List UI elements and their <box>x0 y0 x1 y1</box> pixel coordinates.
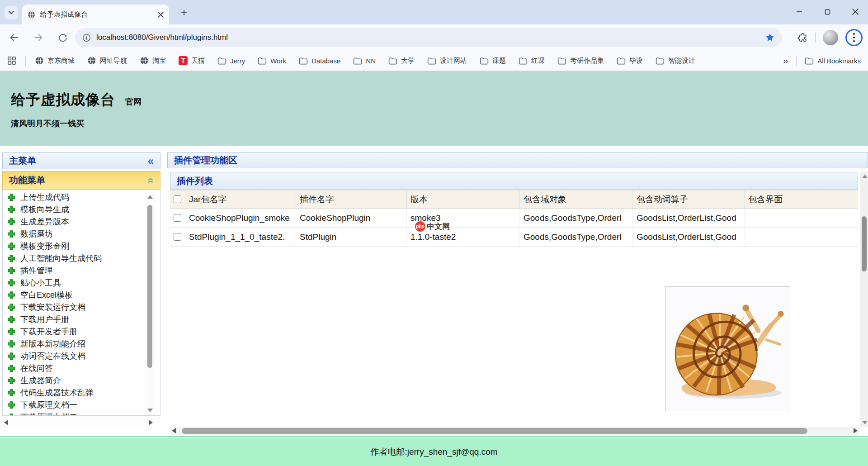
domains-cell: Goods,GoodsType,OrderI <box>520 228 633 246</box>
sidebar-item-new-features[interactable]: 新版本新功能介绍 <box>3 338 160 350</box>
sidebar-horizontal-scrollbar[interactable] <box>2 418 155 428</box>
bookmark-star-icon[interactable] <box>765 33 775 43</box>
scroll-thumb[interactable] <box>182 428 807 434</box>
scroll-up-arrow[interactable] <box>862 175 868 178</box>
main-menu-header[interactable]: 主菜单 « <box>2 152 160 169</box>
bookmark-folder[interactable]: 课题 <box>480 57 506 65</box>
bookmark-folder[interactable]: Database <box>299 57 340 65</box>
sidebar-item-plugin-management[interactable]: 插件管理 <box>3 264 160 276</box>
bookmark-folder[interactable]: 大学 <box>388 57 415 65</box>
bookmark-item[interactable]: 京东商城 <box>35 56 75 65</box>
column-header[interactable]: 包含动词算子 <box>633 190 745 208</box>
sidebar-item-developer-manual[interactable]: 下载开发者手册 <box>3 325 160 338</box>
sidebar-item-online-qa[interactable]: 在线问答 <box>3 362 160 374</box>
tab-close-icon[interactable] <box>158 12 164 18</box>
tab-search-button[interactable] <box>5 6 18 19</box>
site-info-icon[interactable] <box>82 33 91 42</box>
browser-menu-button[interactable] <box>845 29 863 46</box>
browser-tab[interactable]: 给予虚拟成像台 <box>22 5 169 24</box>
column-header[interactable]: 包含域对象 <box>520 190 633 208</box>
plus-icon <box>7 328 15 336</box>
bookmark-folder[interactable]: 考研作品集 <box>557 57 604 65</box>
bookmark-folder[interactable]: 智能设计 <box>656 57 695 65</box>
table-row[interactable]: StdPlugin_1_1_0_taste2. StdPlugin 1.1.0-… <box>170 228 858 247</box>
sidebar-item-tech-talk[interactable]: 代码生成器技术乱弹 <box>3 386 160 399</box>
all-bookmarks-button[interactable]: All Bookmarks <box>805 57 861 65</box>
bookmark-folder[interactable]: 设计网站 <box>427 57 467 65</box>
bookmark-folder[interactable]: 毕设 <box>617 57 643 65</box>
plus-icon <box>7 242 15 250</box>
extensions-icon[interactable] <box>797 32 808 43</box>
row-checkbox[interactable] <box>174 214 181 222</box>
verbs-cell: GoodsList,OrderList,Good <box>633 209 745 227</box>
bookmarks-bar: 京东商城 网址导航 淘宝 T 天猫 Jerry Work Database NN <box>0 51 868 71</box>
select-all-checkbox[interactable] <box>174 195 181 203</box>
bookmark-item[interactable]: 网址导航 <box>87 56 127 65</box>
select-all-cell <box>170 190 185 208</box>
bookmarks-overflow-button[interactable]: » <box>783 56 788 66</box>
sidebar-item-install-doc[interactable]: 下载安装运行文档 <box>3 301 160 313</box>
sidebar-item-upload-gen-code[interactable]: 上传生成代码 <box>3 191 160 203</box>
column-header[interactable]: 插件名字 <box>296 190 407 208</box>
sidebar-item-data-mill[interactable]: 数据磨坊 <box>3 228 160 240</box>
bookmark-folder[interactable]: Work <box>258 57 286 65</box>
table-row[interactable]: CookieShopPlugin_smoke CookieShopPlugin … <box>170 209 858 228</box>
scroll-left-arrow[interactable] <box>4 420 8 425</box>
sidebar-item-principle-doc-1[interactable]: 下载原理文档一 <box>3 399 160 411</box>
function-menu-title: 功能菜单 <box>9 174 45 186</box>
scroll-down-arrow[interactable] <box>147 409 153 412</box>
verbs-cell: GoodsList,OrderList,Good <box>633 228 745 246</box>
domains-cell: Goods,GoodsType,OrderI <box>520 209 633 227</box>
sidebar-item-generator-intro[interactable]: 生成器简介 <box>3 374 160 386</box>
plugin-list-title: 插件列表 <box>177 175 213 187</box>
sidebar-item-handy-tools[interactable]: 贴心小工具 <box>3 276 160 289</box>
bookmark-folder[interactable]: 红课 <box>519 57 545 65</box>
url-text[interactable]: localhost:8080/Given/html/plugins.html <box>96 33 765 42</box>
back-button[interactable] <box>6 30 22 45</box>
main-vertical-scrollbar[interactable] <box>860 172 868 427</box>
scroll-right-arrow[interactable] <box>854 428 858 433</box>
column-header[interactable]: 包含界面 <box>745 190 858 208</box>
scroll-thumb[interactable] <box>147 205 152 368</box>
sidebar-vertical-scrollbar[interactable] <box>146 192 155 415</box>
sidebar-item-template-transformer[interactable]: 模板变形金刚 <box>3 240 160 252</box>
plugin-management-region: 插件管理功能区 插件列表 Jar包名字 插件名字 版本 包含域对象 包含动词算子… <box>167 152 868 436</box>
scroll-left-arrow[interactable] <box>172 428 176 433</box>
function-menu-header[interactable]: 功能菜单 « <box>2 171 160 190</box>
folder-icon <box>353 57 362 65</box>
sidebar-item-diff-version[interactable]: 生成差异版本 <box>3 215 160 228</box>
reload-button[interactable] <box>55 30 71 45</box>
new-tab-button[interactable]: + <box>177 6 191 19</box>
jar-name-cell: StdPlugin_1_1_0_taste2. <box>185 228 296 246</box>
window-minimize-button[interactable] <box>790 4 808 20</box>
official-site-link[interactable]: 官网 <box>125 96 142 107</box>
column-header[interactable]: Jar包名字 <box>185 190 296 208</box>
plugin-list-header[interactable]: 插件列表 <box>170 172 858 190</box>
sidebar-item-user-manual[interactable]: 下载用户手册 <box>3 313 160 325</box>
bookmark-folder[interactable]: Jerry <box>217 57 245 65</box>
scroll-right-arrow[interactable] <box>149 420 153 425</box>
collapse-up-icon[interactable]: « <box>144 177 157 183</box>
bookmark-item[interactable]: T 天猫 <box>179 56 205 65</box>
apps-grid-icon[interactable] <box>7 56 16 65</box>
sidebar-item-template-wizard[interactable]: 模板向导生成 <box>3 203 160 215</box>
collapse-left-icon[interactable]: « <box>148 155 154 167</box>
forward-button[interactable] <box>31 30 46 45</box>
row-checkbox[interactable] <box>174 233 181 241</box>
main-horizontal-scrollbar[interactable] <box>170 427 859 435</box>
window-close-button[interactable] <box>846 4 864 20</box>
sidebar-item-blank-excel[interactable]: 空白Excel模板 <box>3 289 160 301</box>
scroll-thumb[interactable] <box>862 216 867 271</box>
bookmark-folder[interactable]: NN <box>353 57 376 65</box>
tmall-icon: T <box>179 56 188 65</box>
sidebar-item-verb-negation-doc[interactable]: 动词否定在线文档 <box>3 350 160 362</box>
scroll-down-arrow[interactable] <box>862 421 868 424</box>
window-maximize-button[interactable] <box>818 4 836 20</box>
column-header[interactable]: 版本 <box>407 190 520 208</box>
bookmark-item[interactable]: 淘宝 <box>140 56 166 65</box>
sidebar-item-ai-wizard[interactable]: 人工智能向导生成代码 <box>3 252 160 264</box>
sidebar-item-principle-doc-2[interactable]: 下载原理文档二 <box>3 411 160 416</box>
scroll-up-arrow[interactable] <box>147 195 153 199</box>
address-bar[interactable]: localhost:8080/Given/html/plugins.html <box>75 28 782 47</box>
profile-avatar[interactable] <box>823 30 838 45</box>
